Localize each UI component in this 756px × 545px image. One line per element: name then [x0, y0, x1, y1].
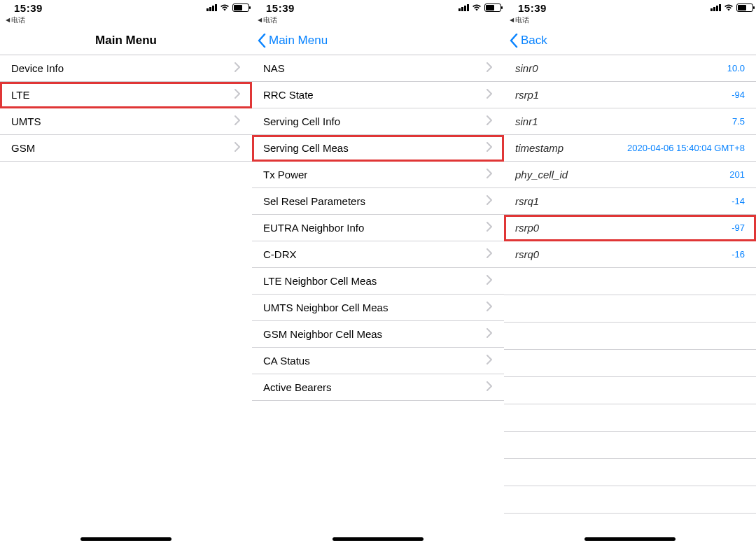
menu-item-label: Sel Resel Parameters — [263, 195, 486, 207]
breadcrumb-arrow-icon: ◀ — [510, 17, 514, 23]
nav-bar: Back — [504, 27, 756, 55]
empty-row — [504, 459, 756, 486]
status-indicators — [206, 3, 249, 12]
empty-row — [504, 377, 756, 404]
app-return-breadcrumb[interactable]: ◀ 电话 — [252, 15, 504, 27]
menu-item-label: UMTS Neighbor Cell Meas — [263, 302, 486, 313]
detail-row-sinr0: sinr010.0 — [504, 55, 756, 82]
detail-label: rsrq0 — [515, 248, 732, 260]
menu-item-lte-neighbor-cell-meas[interactable]: LTE Neighbor Cell Meas — [252, 268, 504, 295]
wifi-icon — [472, 3, 482, 12]
chevron-right-icon — [234, 115, 241, 127]
menu-item-label: EUTRA Neighbor Info — [263, 222, 486, 234]
back-label: Back — [521, 34, 547, 48]
menu-item-umts[interactable]: UMTS — [0, 108, 252, 135]
chevron-right-icon — [486, 328, 493, 340]
status-indicators — [458, 3, 501, 12]
home-indicator[interactable] — [332, 537, 424, 541]
page-title: Main Menu — [0, 34, 252, 48]
chevron-right-icon — [486, 169, 493, 181]
menu-item-device-info[interactable]: Device Info — [0, 55, 252, 82]
back-button[interactable]: Main Menu — [252, 34, 328, 48]
breadcrumb-arrow-icon: ◀ — [258, 17, 262, 23]
menu-item-tx-power[interactable]: Tx Power — [252, 162, 504, 188]
app-return-breadcrumb[interactable]: ◀ 电话 — [504, 15, 756, 27]
detail-row-rsrp0: rsrp0-97 — [504, 215, 756, 241]
back-button[interactable]: Back — [504, 34, 547, 48]
chevron-right-icon — [486, 275, 493, 287]
menu-item-serving-cell-info[interactable]: Serving Cell Info — [252, 108, 504, 135]
chevron-right-icon — [486, 222, 493, 234]
home-indicator[interactable] — [80, 537, 172, 541]
chevron-right-icon — [486, 115, 493, 127]
menu-item-gsm[interactable]: GSM — [0, 135, 252, 162]
detail-label: rsrp0 — [515, 222, 732, 234]
menu-item-nas[interactable]: NAS — [252, 55, 504, 82]
detail-row-sinr1: sinr17.5 — [504, 108, 756, 135]
menu-item-label: NAS — [263, 62, 486, 74]
menu-item-label: CA Status — [263, 355, 486, 367]
chevron-right-icon — [234, 89, 241, 101]
nav-bar: Main Menu — [252, 27, 504, 55]
detail-label: rsrq1 — [515, 195, 732, 207]
empty-row — [504, 404, 756, 432]
app-return-breadcrumb[interactable]: ◀ 电话 — [0, 15, 252, 27]
detail-label: phy_cell_id — [515, 169, 729, 181]
menu-item-gsm-neighbor-cell-meas[interactable]: GSM Neighbor Cell Meas — [252, 321, 504, 348]
menu-list: Device InfoLTEUMTSGSM — [0, 55, 252, 545]
menu-item-label: Active Bearers — [263, 381, 486, 393]
back-label: Main Menu — [269, 34, 328, 48]
empty-row — [504, 350, 756, 377]
detail-value: 2020-04-06 15:40:04 GMT+8 — [627, 143, 745, 153]
detail-row-timestamp: timestamp2020-04-06 15:40:04 GMT+8 — [504, 135, 756, 162]
detail-row-rsrp1: rsrp1-94 — [504, 82, 756, 108]
cell-signal-icon — [710, 4, 721, 11]
menu-item-label: GSM Neighbor Cell Meas — [263, 328, 486, 340]
chevron-right-icon — [486, 302, 493, 313]
menu-item-label: Serving Cell Info — [263, 115, 486, 127]
empty-row — [504, 268, 756, 295]
breadcrumb-arrow-icon: ◀ — [6, 17, 10, 23]
chevron-right-icon — [486, 355, 493, 367]
chevron-right-icon — [486, 195, 493, 207]
menu-item-serving-cell-meas[interactable]: Serving Cell Meas — [252, 135, 504, 162]
menu-item-eutra-neighbor-info[interactable]: EUTRA Neighbor Info — [252, 215, 504, 241]
empty-row — [504, 295, 756, 323]
three-phone-composite: 15:39 ◀ 电话 Main Menu Device InfoLTEUMTSG… — [0, 0, 756, 545]
detail-label: rsrp1 — [515, 89, 732, 101]
wifi-icon — [724, 3, 734, 12]
menu-item-rrc-state[interactable]: RRC State — [252, 82, 504, 108]
chevron-right-icon — [486, 142, 493, 154]
empty-row — [504, 323, 756, 350]
detail-value: -94 — [732, 90, 745, 100]
menu-item-c-drx[interactable]: C-DRX — [252, 241, 504, 268]
nav-bar: Main Menu — [0, 27, 252, 55]
menu-item-label: Serving Cell Meas — [263, 142, 486, 154]
phone-2: 15:39 ◀ 电话 Main Menu NASRRC StateServing… — [252, 0, 504, 545]
menu-item-sel-resel-parameters[interactable]: Sel Resel Parameters — [252, 188, 504, 215]
detail-label: timestamp — [515, 142, 627, 154]
menu-item-label: UMTS — [11, 115, 234, 127]
menu-item-label: RRC State — [263, 89, 486, 101]
detail-label: sinr1 — [515, 115, 732, 127]
chevron-right-icon — [486, 248, 493, 260]
menu-item-umts-neighbor-cell-meas[interactable]: UMTS Neighbor Cell Meas — [252, 295, 504, 321]
breadcrumb-label: 电话 — [11, 15, 25, 25]
menu-item-ca-status[interactable]: CA Status — [252, 348, 504, 374]
status-bar: 15:39 — [0, 0, 252, 15]
detail-label: sinr0 — [515, 62, 727, 74]
chevron-left-icon — [508, 34, 519, 48]
home-indicator[interactable] — [584, 537, 676, 541]
chevron-right-icon — [486, 89, 493, 101]
battery-icon — [484, 3, 501, 12]
status-bar: 15:39 — [504, 0, 756, 15]
menu-item-label: Tx Power — [263, 169, 486, 181]
menu-item-active-bearers[interactable]: Active Bearers — [252, 374, 504, 401]
chevron-right-icon — [486, 381, 493, 393]
status-time: 15:39 — [14, 2, 43, 14]
menu-item-label: C-DRX — [263, 248, 486, 260]
detail-row-phy-cell-id: phy_cell_id201 — [504, 162, 756, 188]
menu-item-lte[interactable]: LTE — [0, 82, 252, 108]
detail-row-rsrq0: rsrq0-16 — [504, 241, 756, 268]
detail-value: -97 — [732, 222, 745, 233]
